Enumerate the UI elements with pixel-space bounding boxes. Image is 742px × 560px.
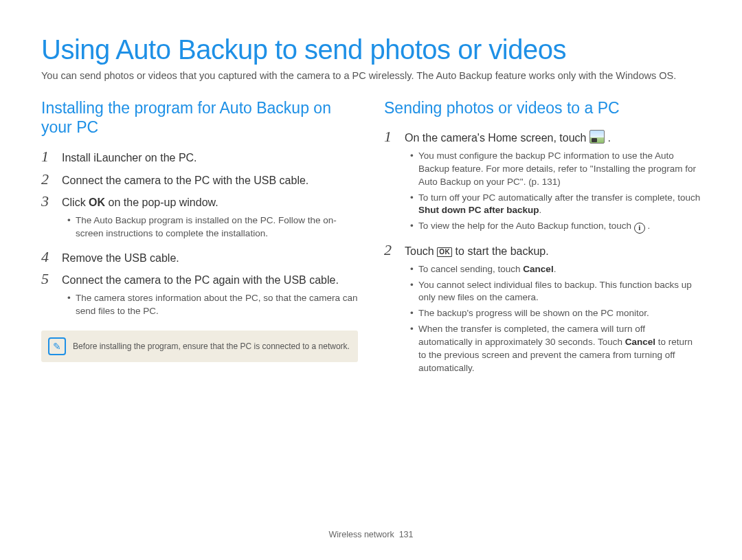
left-step-1: 1 Install iLauncher on the PC. bbox=[41, 147, 358, 167]
ok-icon: OK bbox=[437, 247, 452, 257]
right-step-2: 2 Touch OK to start the backup. bbox=[384, 240, 701, 260]
bold-cancel: Cancel bbox=[523, 264, 553, 274]
text-fragment: . bbox=[605, 132, 611, 144]
right-step-1: 1 On the camera's Home screen, touch . bbox=[384, 127, 701, 147]
text-fragment: . bbox=[645, 221, 651, 231]
footer-page-number: 131 bbox=[399, 530, 414, 539]
info-icon: i bbox=[634, 223, 645, 234]
page-footer: Wireless network 131 bbox=[0, 530, 742, 539]
bold-cancel: Cancel bbox=[625, 337, 655, 347]
sub-item: To cancel sending, touch Cancel. bbox=[410, 263, 701, 276]
sub-item: The Auto Backup program is installed on … bbox=[67, 214, 358, 240]
text-fragment: To turn off your PC automatically after … bbox=[418, 192, 700, 203]
auto-backup-icon bbox=[589, 130, 605, 144]
sub-item: When the transfer is completed, the came… bbox=[410, 323, 701, 375]
step-text: Click OK on the pop-up window. bbox=[62, 194, 218, 210]
left-step-3: 3 Click OK on the pop-up window. bbox=[41, 192, 358, 212]
step-text: Touch OK to start the backup. bbox=[405, 243, 549, 259]
bold-ok: OK bbox=[89, 197, 105, 208]
text-fragment: Click bbox=[62, 197, 89, 208]
page-title: Using Auto Backup to send photos or vide… bbox=[41, 34, 701, 65]
step-text: Connect the camera to the PC again with … bbox=[62, 272, 339, 288]
intro-text: You can send photos or videos that you c… bbox=[41, 69, 701, 83]
sub-item: You cannot select individual files to ba… bbox=[410, 279, 701, 305]
text-fragment: To view the help for the Auto Backup fun… bbox=[418, 221, 634, 231]
left-step-5-sub: The camera stores information about the … bbox=[67, 292, 358, 318]
note-box: ✎ Before installing the program, ensure … bbox=[41, 331, 358, 362]
text-fragment: to start the backup. bbox=[452, 245, 549, 257]
note-text: Before installing the program, ensure th… bbox=[73, 341, 350, 351]
step-number: 2 bbox=[41, 170, 54, 190]
left-step-5: 5 Connect the camera to the PC again wit… bbox=[41, 269, 358, 289]
sub-item: You must configure the backup PC informa… bbox=[410, 150, 701, 189]
text-fragment: On the camera's Home screen, touch bbox=[405, 132, 589, 144]
text-fragment: . bbox=[554, 264, 556, 274]
footer-section: Wireless network bbox=[329, 530, 394, 539]
step-number: 5 bbox=[41, 269, 54, 289]
text-fragment: When the transfer is completed, the came… bbox=[418, 324, 645, 347]
content-columns: Installing the program for Auto Backup o… bbox=[41, 98, 701, 382]
step-text: Remove the USB cable. bbox=[62, 250, 179, 266]
left-heading: Installing the program for Auto Backup o… bbox=[41, 98, 358, 138]
step-number: 3 bbox=[41, 192, 54, 212]
sub-item: To turn off your PC automatically after … bbox=[410, 192, 701, 218]
right-heading: Sending photos or videos to a PC bbox=[384, 98, 701, 118]
sub-item: The backup's progress will be shown on t… bbox=[410, 307, 701, 320]
manual-page: Using Auto Backup to send photos or vide… bbox=[0, 0, 742, 560]
step-text: On the camera's Home screen, touch . bbox=[405, 130, 611, 146]
step-number: 2 bbox=[384, 240, 396, 260]
left-step-3-sub: The Auto Backup program is installed on … bbox=[67, 214, 358, 240]
text-fragment: . bbox=[539, 205, 542, 215]
note-icon: ✎ bbox=[48, 337, 66, 355]
left-step-4: 4 Remove the USB cable. bbox=[41, 247, 358, 267]
step-text: Connect the camera to the PC with the US… bbox=[62, 172, 308, 188]
bold-shutdown: Shut down PC after backup bbox=[418, 205, 539, 215]
step-number: 1 bbox=[384, 127, 396, 147]
right-column: Sending photos or videos to a PC 1 On th… bbox=[384, 98, 701, 382]
step-text: Install iLauncher on the PC. bbox=[62, 150, 197, 166]
text-fragment: Touch bbox=[405, 245, 437, 257]
sub-item: To view the help for the Auto Backup fun… bbox=[410, 220, 701, 234]
left-column: Installing the program for Auto Backup o… bbox=[41, 98, 358, 382]
left-step-2: 2 Connect the camera to the PC with the … bbox=[41, 170, 358, 190]
step-number: 4 bbox=[41, 247, 54, 267]
sub-item: The camera stores information about the … bbox=[67, 292, 358, 318]
right-step-2-sub: To cancel sending, touch Cancel. You can… bbox=[410, 263, 701, 375]
text-fragment: on the pop-up window. bbox=[105, 197, 218, 208]
text-fragment: To cancel sending, touch bbox=[418, 264, 523, 274]
right-step-1-sub: You must configure the backup PC informa… bbox=[410, 150, 701, 234]
step-number: 1 bbox=[41, 147, 54, 167]
